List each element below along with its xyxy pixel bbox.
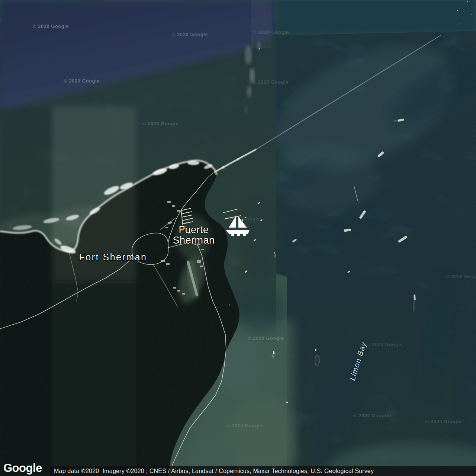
- place-label-fuerte-sherman[interactable]: Fuerte Sherman: [173, 225, 215, 245]
- google-logo[interactable]: Google: [3, 461, 42, 475]
- attribution-text: Map data ©2020 Imagery ©2020 , CNES / Ai…: [50, 466, 476, 476]
- place-label-line1: Fuerte: [173, 225, 215, 235]
- attribution-bar: Map data ©2020 Imagery ©2020 , CNES / Ai…: [50, 466, 476, 476]
- satellite-imagery: [0, 0, 476, 476]
- area-label-fort-sherman[interactable]: Fort Sherman: [79, 252, 147, 263]
- map-canvas[interactable]: © 2020 Google© 2020 Google© 2020 Google©…: [0, 0, 476, 476]
- place-label-line2: Sherman: [173, 235, 215, 245]
- marina-sailboat-icon[interactable]: [225, 215, 250, 238]
